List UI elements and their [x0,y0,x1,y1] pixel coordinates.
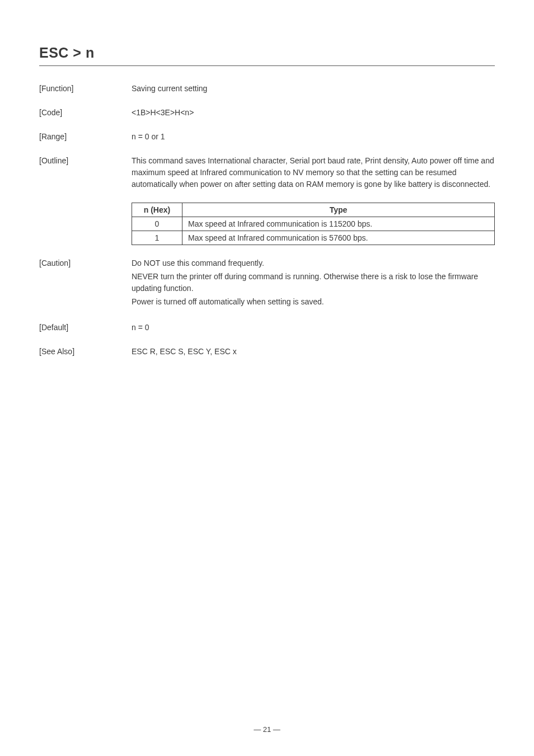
function-row: [Function] Saving current setting [39,83,495,95]
outline-label: [Outline] [39,155,132,190]
table-header-n: n (Hex) [132,203,182,217]
type-table: n (Hex) Type 0 Max speed at Infrared com… [132,203,495,245]
table-cell-n: 0 [132,217,182,231]
caution-row: [Caution] Do NOT use this command freque… [39,257,495,309]
caution-value: Do NOT use this command frequently. NEVE… [132,257,495,309]
caution-line: NEVER turn the printer off during comman… [132,271,495,294]
caution-line: Power is turned off automatically when s… [132,296,495,308]
table-cell-n: 1 [132,231,182,245]
default-value: n = 0 [132,322,495,334]
table-cell-type: Max speed at Infrared communication is 1… [182,217,495,231]
function-value: Saving current setting [132,83,495,95]
caution-line: Do NOT use this command frequently. [132,257,495,269]
see-also-row: [See Also] ESC R, ESC S, ESC Y, ESC x [39,346,495,358]
table-row: 1 Max speed at Infrared communication is… [132,231,495,245]
default-label: [Default] [39,322,132,334]
caution-label: [Caution] [39,257,132,309]
code-label: [Code] [39,107,132,119]
range-value: n = 0 or 1 [132,131,495,143]
table-row: 0 Max speed at Infrared communication is… [132,217,495,231]
see-also-value: ESC R, ESC S, ESC Y, ESC x [132,346,495,358]
table-header-row: n (Hex) Type [132,203,495,217]
function-label: [Function] [39,83,132,95]
title-divider [39,65,495,66]
range-label: [Range] [39,131,132,143]
range-row: [Range] n = 0 or 1 [39,131,495,143]
outline-value: This command saves International charact… [132,155,495,190]
type-table-container: n (Hex) Type 0 Max speed at Infrared com… [132,203,495,245]
table-cell-type: Max speed at Infrared communication is 5… [182,231,495,245]
table-header-type: Type [182,203,495,217]
code-value: <1B>H<3E>H<n> [132,107,495,119]
see-also-label: [See Also] [39,346,132,358]
page-title: ESC > n [39,45,495,61]
page-number: — 21 — [0,725,534,734]
default-row: [Default] n = 0 [39,322,495,334]
code-row: [Code] <1B>H<3E>H<n> [39,107,495,119]
outline-row: [Outline] This command saves Internation… [39,155,495,190]
